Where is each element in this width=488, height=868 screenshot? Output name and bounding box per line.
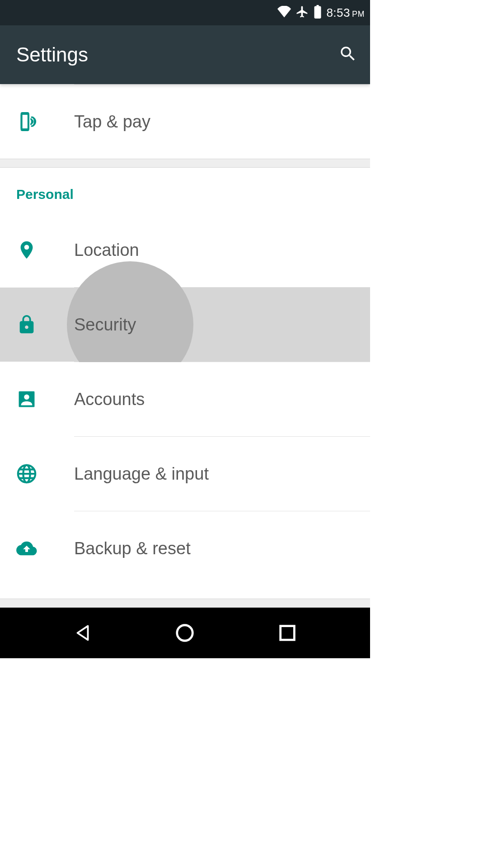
settings-item-accounts[interactable]: Accounts bbox=[0, 362, 370, 436]
page-title: Settings bbox=[16, 43, 88, 66]
settings-item-label: Location bbox=[74, 241, 139, 260]
nav-recent-button[interactable] bbox=[236, 623, 338, 643]
settings-item-location[interactable]: Location bbox=[0, 213, 370, 287]
svg-point-1 bbox=[24, 245, 29, 250]
globe-icon bbox=[16, 463, 74, 484]
settings-list: Tap & pay Personal Location Security Acc… bbox=[0, 84, 370, 608]
recent-icon bbox=[277, 623, 298, 643]
nav-back-button[interactable] bbox=[32, 623, 134, 643]
nav-home-button[interactable] bbox=[134, 623, 236, 643]
app-bar: Settings bbox=[0, 25, 370, 84]
section-divider bbox=[0, 599, 370, 608]
battery-icon bbox=[314, 5, 322, 20]
svg-point-9 bbox=[177, 625, 193, 641]
section-divider bbox=[0, 159, 370, 168]
settings-item-security[interactable]: Security bbox=[0, 288, 370, 362]
settings-item-label: Language & input bbox=[74, 464, 209, 484]
settings-item-backup[interactable]: Backup & reset bbox=[0, 511, 370, 585]
wifi-icon bbox=[277, 6, 291, 19]
svg-rect-10 bbox=[280, 626, 294, 640]
status-bar: 8:53PM bbox=[0, 0, 370, 25]
back-icon bbox=[72, 623, 93, 643]
search-button[interactable] bbox=[338, 44, 357, 65]
settings-item-tap-pay[interactable]: Tap & pay bbox=[0, 85, 370, 159]
airplane-icon bbox=[296, 5, 309, 20]
tap-pay-icon bbox=[16, 111, 74, 132]
section-header-personal: Personal bbox=[0, 168, 370, 213]
settings-item-label: Backup & reset bbox=[74, 539, 191, 558]
svg-point-3 bbox=[24, 394, 29, 400]
lock-icon bbox=[16, 314, 74, 335]
home-icon bbox=[174, 623, 195, 643]
settings-item-label: Accounts bbox=[74, 390, 145, 409]
navigation-bar bbox=[0, 608, 370, 658]
status-icons bbox=[277, 5, 322, 20]
cloud-upload-icon bbox=[16, 538, 74, 559]
location-icon bbox=[16, 240, 74, 260]
account-icon bbox=[16, 389, 74, 410]
settings-item-label: Security bbox=[74, 315, 136, 335]
svg-rect-0 bbox=[22, 114, 28, 130]
settings-item-language[interactable]: Language & input bbox=[0, 437, 370, 511]
settings-item-label: Tap & pay bbox=[74, 112, 150, 132]
status-time: 8:53PM bbox=[326, 6, 365, 20]
search-icon bbox=[338, 44, 357, 63]
